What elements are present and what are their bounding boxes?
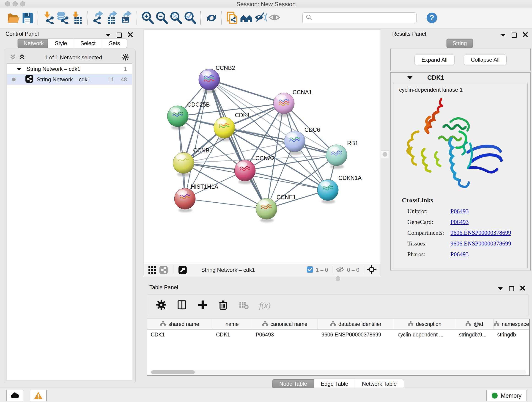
column-header-canonical-name[interactable]: canonical name <box>252 319 318 329</box>
panel-menu-icon[interactable] <box>500 34 506 37</box>
fit-selected-crosshair-icon[interactable] <box>367 265 376 275</box>
network-node-CCNB2[interactable] <box>199 69 220 90</box>
table-horizontal-scrollbar[interactable] <box>150 370 526 375</box>
canvas-results-splitter[interactable] <box>380 29 389 276</box>
column-header-shared-name[interactable]: shared name <box>147 319 212 329</box>
network-node-CDKN1A[interactable] <box>317 179 338 201</box>
tab-network-table[interactable]: Network Table <box>355 379 404 389</box>
results-entry-header[interactable]: CDK1 <box>391 73 530 83</box>
table-cell[interactable]: CDK1 <box>212 330 252 340</box>
network-node-CDC6[interactable] <box>284 131 305 152</box>
import-table-from-file-button[interactable] <box>70 11 84 25</box>
zoom-fit-button[interactable] <box>169 11 183 25</box>
network-node-CCNB1[interactable] <box>173 153 194 173</box>
delete-table-button[interactable] <box>239 300 249 311</box>
panel-close-icon[interactable] <box>128 32 133 38</box>
splitter-grip-icon[interactable] <box>383 152 387 157</box>
function-builder-button[interactable]: f(x) <box>259 300 271 310</box>
network-row[interactable]: String Network – cdk1 11 48 <box>7 74 132 85</box>
column-header-description[interactable]: description <box>394 319 455 329</box>
help-button[interactable]: ? <box>425 11 439 25</box>
tab-sets[interactable]: Sets <box>102 38 127 48</box>
table-cell[interactable]: 9606.ENSP00000378699 <box>318 330 394 340</box>
network-node-CCNA2[interactable] <box>234 160 255 181</box>
panel-float-icon[interactable] <box>512 32 517 38</box>
panel-float-icon[interactable] <box>509 286 514 291</box>
column-header-name[interactable]: name <box>212 319 252 329</box>
toggle-columns-button[interactable] <box>177 300 187 311</box>
collapse-all-button[interactable]: Collapse All <box>464 55 507 65</box>
zoom-in-button[interactable] <box>140 11 154 25</box>
collection-expander-icon[interactable] <box>17 68 22 70</box>
search-input[interactable] <box>314 14 414 21</box>
network-node-CCNA1[interactable] <box>273 93 294 114</box>
hidden-eye-icon[interactable] <box>336 266 345 274</box>
panel-menu-icon[interactable] <box>106 34 111 37</box>
network-node-CDK1[interactable] <box>214 117 235 138</box>
zoom-selected-button[interactable] <box>183 11 197 25</box>
panel-close-icon[interactable] <box>520 286 525 292</box>
delete-column-button[interactable] <box>218 300 228 311</box>
cloud-button[interactable] <box>6 390 23 401</box>
tab-edge-table[interactable]: Edge Table <box>314 379 355 389</box>
share-view-icon[interactable] <box>158 263 169 277</box>
table-cell[interactable]: stringdb:9... <box>455 330 494 340</box>
crosslink-link[interactable]: 9606.ENSP00000378699 <box>450 230 511 236</box>
crosslink-link[interactable]: P06493 <box>450 251 469 258</box>
tab-style[interactable]: Style <box>48 38 74 48</box>
first-neighbors-button[interactable] <box>239 11 253 25</box>
network-edge[interactable] <box>209 80 284 103</box>
tab-string[interactable]: String <box>446 38 473 48</box>
show-all-button[interactable] <box>268 11 282 25</box>
network-collection-row[interactable]: String Network – cdk1 1 <box>7 64 132 74</box>
crosslink-link[interactable]: 9606.ENSP00000378699 <box>450 240 511 247</box>
entry-collapse-icon[interactable] <box>407 76 413 79</box>
network-node-CCNE1[interactable] <box>256 198 277 219</box>
column-header--id[interactable]: @id <box>455 319 494 329</box>
warnings-button[interactable] <box>30 390 47 401</box>
panel-close-icon[interactable] <box>523 32 528 38</box>
collapse-all-networks-icon[interactable] <box>9 53 16 62</box>
network-view-canvas[interactable]: CCNB2CCNA1CDC25BCDK1CDC6RB1CCNB1CCNA2CDK… <box>144 29 381 264</box>
tab-node-table[interactable]: Node Table <box>272 379 314 389</box>
table-cell[interactable]: P06493 <box>252 330 318 340</box>
network-edge[interactable] <box>245 171 328 190</box>
panel-menu-icon[interactable] <box>498 287 503 290</box>
add-column-button[interactable] <box>197 300 208 311</box>
crosslink-link[interactable]: P06493 <box>450 219 469 225</box>
birdseye-view-icon[interactable] <box>177 263 188 277</box>
network-edge[interactable] <box>209 80 336 155</box>
expand-all-button[interactable]: Expand All <box>414 55 455 65</box>
copy-network-button[interactable] <box>225 11 239 25</box>
network-node-HIST1H1A[interactable] <box>174 188 196 209</box>
tab-select[interactable]: Select <box>74 38 102 48</box>
save-session-button[interactable] <box>20 11 34 25</box>
column-settings-button[interactable] <box>156 300 167 311</box>
import-network-from-file-button[interactable] <box>41 11 56 25</box>
panel-float-icon[interactable] <box>117 32 122 38</box>
network-edge[interactable] <box>185 199 266 209</box>
hide-selected-button[interactable] <box>253 11 268 25</box>
export-network-button[interactable] <box>91 11 105 25</box>
memory-button[interactable]: Memory <box>486 390 527 401</box>
open-session-button[interactable] <box>6 11 20 25</box>
import-network-from-database-button[interactable] <box>56 11 70 25</box>
network-node-CDC25B[interactable] <box>167 106 188 127</box>
table-row[interactable]: CDK1CDK1P064939606.ENSP00000378699cyclin… <box>147 330 529 340</box>
zoom-out-button[interactable] <box>154 11 169 25</box>
apply-layout-button[interactable] <box>204 11 218 25</box>
search-field[interactable] <box>302 12 417 23</box>
scrollbar-thumb[interactable] <box>151 370 195 374</box>
export-image-button[interactable] <box>119 11 133 25</box>
crosslink-link[interactable]: P06493 <box>450 208 469 215</box>
column-header-database-identifier[interactable]: database identifier <box>318 319 394 329</box>
network-options-gear-icon[interactable] <box>121 53 129 62</box>
expand-all-networks-icon[interactable] <box>19 53 25 62</box>
table-cell[interactable]: cyclin-dependent ... <box>394 330 455 340</box>
export-table-button[interactable] <box>105 11 119 25</box>
selected-checkbox-icon[interactable] <box>307 266 313 274</box>
table-cell[interactable]: CDK1 <box>147 330 212 340</box>
table-cell[interactable]: stringdb <box>494 330 529 340</box>
column-header-namespace[interactable]: namespace <box>494 319 529 329</box>
tab-network[interactable]: Network <box>17 38 48 48</box>
